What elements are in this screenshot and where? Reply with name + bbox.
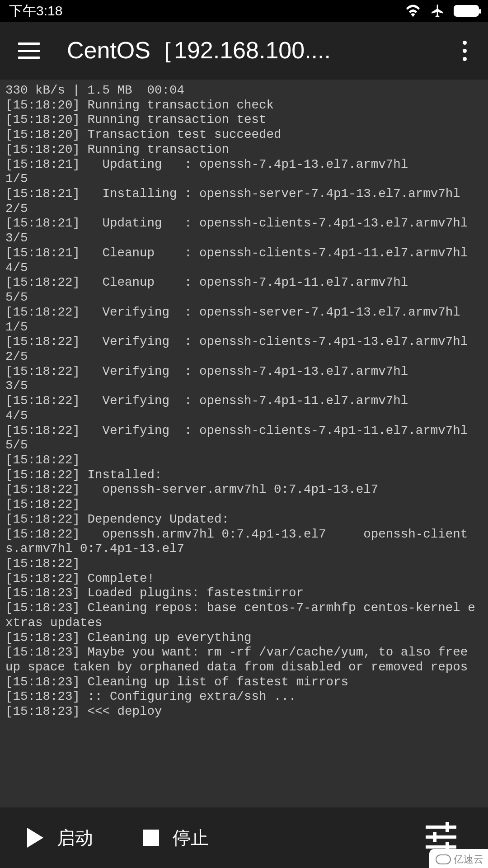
stop-icon <box>143 830 159 846</box>
airplane-icon <box>429 3 446 19</box>
status-time: 下午3:18 <box>9 2 62 20</box>
cloud-icon <box>436 854 451 864</box>
device-status-bar: 下午3:18 <box>0 0 488 22</box>
status-icons <box>405 3 479 19</box>
battery-icon <box>454 5 479 17</box>
app-header: CentOS［192.168.100.... <box>0 22 488 80</box>
tune-icon[interactable] <box>426 826 456 850</box>
menu-icon[interactable] <box>18 42 40 59</box>
play-icon <box>27 828 43 848</box>
bottom-action-bar: 启动 停止 <box>0 807 488 868</box>
start-label: 启动 <box>57 826 93 850</box>
watermark-text: 亿速云 <box>454 853 483 866</box>
watermark: 亿速云 <box>429 849 488 868</box>
stop-button[interactable]: 停止 <box>143 826 209 850</box>
stop-label: 停止 <box>173 826 209 850</box>
more-icon[interactable] <box>455 41 474 61</box>
wifi-icon <box>405 5 421 17</box>
start-button[interactable]: 启动 <box>27 826 93 850</box>
app-title: CentOS［192.168.100.... <box>67 35 437 66</box>
terminal-output[interactable]: 330 kB/s | 1.5 MB 00:04 [15:18:20] Runni… <box>0 80 488 807</box>
